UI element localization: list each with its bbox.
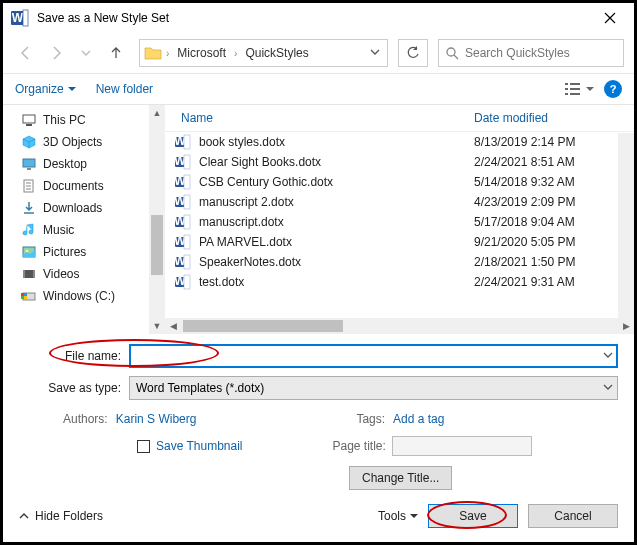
desktop-icon: [21, 156, 37, 172]
svg-rect-13: [27, 168, 31, 170]
window-title: Save as a New Style Set: [37, 11, 588, 25]
music-icon: [21, 222, 37, 238]
tree-scrollbar[interactable]: ▲ ▼: [149, 105, 165, 334]
search-box[interactable]: [438, 39, 624, 67]
chevron-down-icon: [81, 48, 91, 58]
address-bar[interactable]: › Microsoft › QuickStyles: [139, 39, 388, 67]
tree-item-desktop[interactable]: Desktop: [3, 153, 164, 175]
file-row[interactable]: Wbook styles.dotx8/13/2019 2:14 PM: [165, 132, 634, 152]
refresh-button[interactable]: [398, 39, 428, 67]
search-input[interactable]: [465, 46, 617, 60]
chevron-down-icon[interactable]: [603, 349, 613, 363]
scroll-thumb[interactable]: [183, 320, 343, 332]
caret-down-icon: [586, 85, 594, 93]
arrow-left-icon: [18, 45, 34, 61]
saveastype-combo[interactable]: Word Templates (*.dotx): [129, 376, 618, 400]
close-button[interactable]: [588, 4, 632, 32]
address-dropdown[interactable]: [367, 46, 383, 60]
nav-forward-button[interactable]: [43, 40, 69, 66]
word-doc-icon: W: [175, 274, 191, 290]
saveastype-value: Word Templates (*.dotx): [136, 381, 264, 395]
svg-rect-12: [23, 159, 35, 167]
tree-label: Documents: [43, 179, 104, 193]
svg-rect-48: [184, 275, 190, 289]
chevron-down-icon: [370, 47, 380, 57]
svg-rect-5: [570, 83, 580, 85]
tree-label: Videos: [43, 267, 79, 281]
tree-label: Music: [43, 223, 74, 237]
svg-rect-11: [26, 124, 32, 126]
filename-label: File name:: [19, 349, 129, 363]
tree-item-pictures[interactable]: Pictures: [3, 241, 164, 263]
organize-menu[interactable]: Organize: [15, 82, 76, 96]
tools-menu[interactable]: Tools: [378, 509, 418, 523]
videos-icon: [21, 266, 37, 282]
svg-rect-23: [24, 293, 27, 296]
file-row[interactable]: WCSB Century Gothic.dotx5/14/2018 9:32 A…: [165, 172, 634, 192]
file-row[interactable]: WSpeakerNotes.dotx2/18/2021 1:50 PM: [165, 252, 634, 272]
file-name: CSB Century Gothic.dotx: [199, 175, 466, 189]
tree-item-windows-c[interactable]: Windows (C:): [3, 285, 164, 307]
file-row[interactable]: WClear Sight Books.dotx2/24/2021 8:51 AM: [165, 152, 634, 172]
help-button[interactable]: ?: [604, 80, 622, 98]
svg-rect-18: [23, 270, 25, 278]
documents-icon: [21, 178, 37, 194]
authors-value[interactable]: Karin S Wiberg: [116, 412, 197, 426]
column-date[interactable]: Date modified: [474, 111, 624, 125]
column-name[interactable]: Name: [175, 111, 474, 125]
cube-icon: [21, 134, 37, 150]
view-options-button[interactable]: [564, 81, 594, 97]
chevron-up-icon: [19, 511, 29, 521]
change-title-button[interactable]: Change Title...: [349, 466, 452, 490]
file-row[interactable]: Wmanuscript.dotx5/17/2018 9:04 AM: [165, 212, 634, 232]
file-row[interactable]: Wtest.dotx2/24/2021 9:31 AM: [165, 272, 634, 292]
tree-item-music[interactable]: Music: [3, 219, 164, 241]
file-name: Clear Sight Books.dotx: [199, 155, 466, 169]
scroll-down-arrow[interactable]: ▼: [149, 318, 165, 334]
file-list-header[interactable]: Name Date modified: [165, 105, 634, 132]
file-row[interactable]: WPA MARVEL.dotx9/21/2020 5:05 PM: [165, 232, 634, 252]
saveastype-label: Save as type:: [19, 381, 129, 395]
file-date: 2/24/2021 8:51 AM: [474, 155, 624, 169]
save-thumbnail-checkbox[interactable]: Save Thumbnail: [137, 439, 243, 453]
new-folder-button[interactable]: New folder: [96, 82, 153, 96]
filename-combo[interactable]: [129, 344, 618, 368]
nav-recent-button[interactable]: [73, 40, 99, 66]
file-vscrollbar[interactable]: [618, 133, 634, 318]
save-button[interactable]: Save: [428, 504, 518, 528]
tags-value[interactable]: Add a tag: [393, 412, 444, 426]
hide-folders-button[interactable]: Hide Folders: [19, 509, 103, 523]
cancel-button[interactable]: Cancel: [528, 504, 618, 528]
tree-item-documents[interactable]: Documents: [3, 175, 164, 197]
nav-tree[interactable]: This PC 3D Objects Desktop Documents Dow…: [3, 105, 165, 334]
svg-text:W: W: [12, 11, 24, 25]
checkbox-icon: [137, 440, 150, 453]
breadcrumb[interactable]: QuickStyles: [241, 44, 312, 62]
svg-rect-8: [565, 93, 568, 95]
svg-rect-19: [33, 270, 35, 278]
nav-up-button[interactable]: [103, 40, 129, 66]
svg-rect-42: [184, 235, 190, 249]
word-doc-icon: W: [175, 194, 191, 210]
scroll-up-arrow[interactable]: ▲: [149, 105, 165, 121]
file-row[interactable]: Wmanuscript 2.dotx4/23/2019 2:09 PM: [165, 192, 634, 212]
word-doc-icon: W: [175, 174, 191, 190]
scroll-thumb[interactable]: [151, 215, 163, 275]
word-doc-icon: W: [175, 154, 191, 170]
chevron-down-icon[interactable]: [603, 381, 613, 395]
scroll-right-arrow[interactable]: ▶: [618, 321, 634, 331]
scroll-left-arrow[interactable]: ◀: [165, 321, 181, 331]
tree-item-downloads[interactable]: Downloads: [3, 197, 164, 219]
breadcrumb[interactable]: Microsoft: [173, 44, 230, 62]
tree-label: Pictures: [43, 245, 86, 259]
file-date: 5/14/2018 9:32 AM: [474, 175, 624, 189]
pc-icon: [21, 112, 37, 128]
tree-item-3d-objects[interactable]: 3D Objects: [3, 131, 164, 153]
file-date: 9/21/2020 5:05 PM: [474, 235, 624, 249]
tree-item-videos[interactable]: Videos: [3, 263, 164, 285]
nav-back-button[interactable]: [13, 40, 39, 66]
page-title-input[interactable]: [392, 436, 532, 456]
file-list[interactable]: Wbook styles.dotx8/13/2019 2:14 PM WClea…: [165, 132, 634, 318]
tree-item-this-pc[interactable]: This PC: [3, 109, 164, 131]
file-hscrollbar[interactable]: ◀ ▶: [165, 318, 634, 334]
